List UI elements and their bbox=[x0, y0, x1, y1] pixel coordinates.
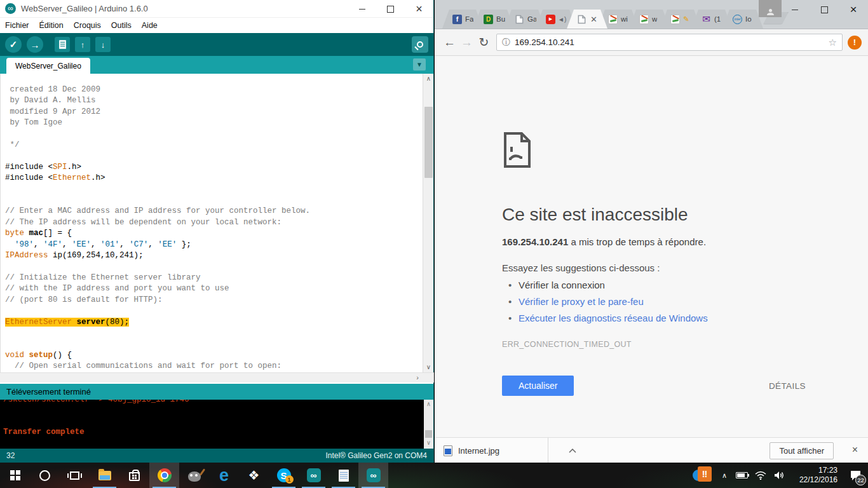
open-sketch-button[interactable]: ↑ bbox=[75, 37, 90, 52]
dropbox-taskbar-button[interactable]: ❖ bbox=[239, 463, 269, 488]
menu-fichier[interactable]: Fichier bbox=[5, 21, 29, 30]
scroll-down-icon[interactable]: ∨ bbox=[423, 362, 434, 372]
chrome-taskbar-button[interactable] bbox=[149, 463, 179, 488]
edge-taskbar-button[interactable]: e bbox=[209, 463, 239, 488]
windows-logo-icon bbox=[10, 470, 20, 480]
code-line: EthernetServer server(80); bbox=[5, 317, 423, 328]
reload-button[interactable]: ↻ bbox=[475, 35, 492, 50]
highlighted-code: EthernetServer server(80); bbox=[5, 318, 129, 327]
arduino2-taskbar-button[interactable] bbox=[358, 463, 388, 488]
back-button[interactable]: ← bbox=[441, 36, 458, 50]
dropbox-icon: ❖ bbox=[248, 468, 260, 483]
download-item[interactable]: Internet.jpg bbox=[444, 438, 576, 463]
tray-notification-icons[interactable]: ‼ bbox=[693, 466, 717, 485]
action-center-button[interactable]: 22 bbox=[843, 463, 868, 488]
serial-monitor-button[interactable] bbox=[412, 36, 428, 53]
chrome-tab-strip: fFaDBuGa▶◄)✕wiw✎✉(1intelIo × bbox=[435, 0, 868, 29]
download-item-menu-icon[interactable] bbox=[569, 449, 576, 453]
skype-taskbar-button[interactable]: S1 bbox=[269, 463, 299, 488]
board-port-label: Intel® Galileo Gen2 on COM4 bbox=[325, 451, 427, 460]
menu-outils[interactable]: Outils bbox=[111, 21, 132, 30]
tab-label: wi bbox=[621, 15, 628, 23]
code-editor[interactable]: created 18 Dec 2009 by David A. Mellis m… bbox=[0, 74, 423, 372]
actualiser-button[interactable]: Actualiser bbox=[502, 376, 574, 396]
battery-tray-icon[interactable] bbox=[732, 463, 751, 488]
cortana-button[interactable] bbox=[30, 463, 60, 488]
close-button[interactable]: × bbox=[839, 0, 868, 19]
skype-icon: S1 bbox=[277, 468, 291, 482]
console-scrollbar[interactable]: ∧ ∨ bbox=[424, 400, 433, 449]
arduino-taskbar-button[interactable] bbox=[299, 463, 329, 488]
save-sketch-button[interactable]: ↓ bbox=[95, 37, 111, 52]
console-scrollbar-thumb[interactable] bbox=[425, 430, 432, 438]
download-bar-close-icon[interactable]: × bbox=[852, 444, 858, 456]
show-all-downloads-button[interactable]: Tout afficher bbox=[770, 442, 834, 459]
task-view-icon bbox=[70, 471, 79, 480]
details-link[interactable]: DÉTAILS bbox=[769, 381, 806, 391]
task-view-button[interactable] bbox=[60, 463, 90, 488]
person-icon bbox=[766, 9, 774, 15]
menu-croquis[interactable]: Croquis bbox=[74, 21, 101, 30]
start-button[interactable] bbox=[0, 463, 30, 488]
suggestion-link[interactable]: Exécuter les diagnostics réseau de Windo… bbox=[519, 313, 806, 323]
tab-audio-icon[interactable]: ◄) bbox=[558, 16, 566, 23]
upload-button[interactable]: → bbox=[27, 36, 43, 53]
windows-store-button[interactable] bbox=[119, 463, 149, 488]
suggestion-link[interactable]: Vérifier le proxy et le pare-feu bbox=[519, 296, 806, 307]
tab-close-icon[interactable]: ✕ bbox=[590, 15, 597, 24]
forward-button[interactable]: → bbox=[458, 36, 475, 50]
console-output[interactable]: /sketch/sketch.elf -> 4obj_gpio_id 1746 … bbox=[0, 400, 433, 449]
taskbar-clock[interactable]: 17:23 22/12/2016 bbox=[792, 466, 837, 485]
code-area: created 18 Dec 2009 by David A. Mellis m… bbox=[1, 74, 423, 372]
tab-dropdown-button[interactable] bbox=[413, 58, 426, 71]
menu-aide[interactable]: Aide bbox=[142, 21, 158, 30]
arduino-titlebar[interactable]: WebServer_Galileo | Arduino 1.6.0 bbox=[0, 0, 433, 18]
show-hidden-icons-button[interactable]: ∧ bbox=[717, 471, 732, 480]
download-file-name[interactable]: Internet.jpg bbox=[458, 446, 499, 456]
code-line: byte mac[] = { bbox=[5, 228, 423, 239]
arduino-window-title: WebServer_Galileo | Arduino 1.6.0 bbox=[21, 4, 148, 13]
chrome-icon bbox=[158, 468, 172, 482]
sketch-tab[interactable]: WebServer_Galileo bbox=[6, 58, 90, 74]
active-browser-tab[interactable]: ✕ bbox=[567, 10, 607, 29]
new-sketch-button[interactable] bbox=[55, 37, 70, 52]
tray-alert-icon[interactable]: ‼ bbox=[698, 466, 712, 482]
minimize-button[interactable] bbox=[780, 0, 810, 19]
close-button[interactable] bbox=[405, 0, 433, 18]
wifi-tray-icon[interactable] bbox=[751, 463, 770, 488]
intel-icon: intel bbox=[733, 15, 742, 24]
maximize-button[interactable] bbox=[810, 0, 839, 19]
cortana-icon bbox=[39, 470, 50, 481]
editor-vertical-scrollbar[interactable]: ∧ ∨ bbox=[423, 74, 433, 372]
arduino-icon bbox=[367, 468, 381, 482]
tab-label: Io bbox=[745, 15, 752, 23]
url-text[interactable]: 169.254.10.241 bbox=[515, 37, 829, 47]
gimp-taskbar-button[interactable] bbox=[179, 463, 209, 488]
scroll-up-icon[interactable]: ∧ bbox=[423, 74, 434, 84]
code-line: void setup() { bbox=[5, 350, 423, 361]
tab-label: ✎ bbox=[683, 15, 689, 24]
code-line bbox=[5, 262, 423, 273]
file-explorer-button[interactable] bbox=[90, 463, 119, 488]
verify-button[interactable]: ✓ bbox=[5, 36, 22, 53]
maximize-button[interactable] bbox=[376, 0, 405, 18]
scrollbar-thumb[interactable] bbox=[424, 107, 433, 178]
menu-edition[interactable]: Édition bbox=[39, 21, 64, 30]
page-info-icon[interactable]: ⓘ bbox=[502, 37, 510, 48]
chrome-menu-button[interactable]: ! bbox=[848, 36, 862, 50]
minimize-button[interactable] bbox=[348, 0, 376, 18]
console-scroll-down-icon[interactable]: ∨ bbox=[424, 438, 433, 449]
code-line bbox=[5, 129, 423, 140]
windows-taskbar: e ❖ S1 ‼ ∧ bbox=[0, 463, 868, 488]
notepad-taskbar-button[interactable] bbox=[329, 463, 358, 488]
page-icon bbox=[577, 15, 587, 24]
console-scroll-up-icon[interactable]: ∧ bbox=[424, 400, 433, 410]
address-bar[interactable]: ⓘ 169.254.10.241 ☆ bbox=[496, 34, 843, 51]
bookmark-star-icon[interactable]: ☆ bbox=[829, 37, 837, 48]
scroll-right-icon[interactable]: › bbox=[412, 373, 423, 383]
volume-tray-icon[interactable] bbox=[770, 463, 789, 488]
tab-label: w bbox=[652, 15, 657, 23]
code-line: // with the IP address and port you want… bbox=[5, 283, 423, 294]
browser-tab[interactable]: fFa bbox=[442, 10, 483, 29]
editor-horizontal-scrollbar[interactable]: › bbox=[0, 372, 434, 383]
